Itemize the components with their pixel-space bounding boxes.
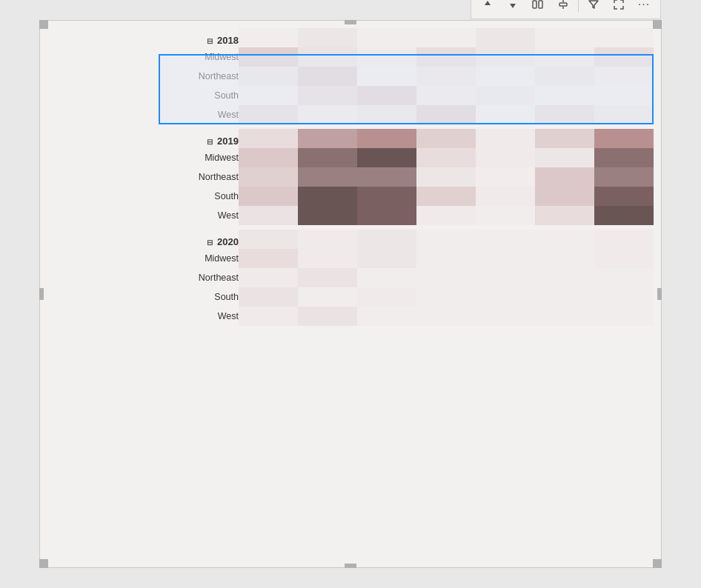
cell-2019-northeast-2[interactable] [298, 167, 357, 187]
cell-2018-midwest-1[interactable] [239, 47, 298, 67]
cell-2020-northeast-6[interactable] [535, 268, 594, 287]
cell-2019-northeast-3[interactable] [357, 167, 416, 187]
cell-2019-south-6[interactable] [535, 187, 594, 206]
cell-2018-northeast-7[interactable] [594, 67, 654, 86]
cell-2020-west-2[interactable] [298, 307, 357, 326]
cell-2019-west-4[interactable] [416, 206, 476, 225]
cell-2020-midwest-7[interactable] [594, 249, 654, 268]
cell-2019-west-3[interactable] [357, 206, 416, 225]
cell-2018-west-4[interactable] [416, 105, 476, 124]
cell-2020-west-7[interactable] [594, 307, 654, 326]
cell-2020-west-4[interactable] [416, 307, 476, 326]
cell-2020-midwest-6[interactable] [535, 249, 594, 268]
cell-2018-west-1[interactable] [239, 105, 298, 124]
cell-2018-south-7[interactable] [594, 86, 654, 105]
sort-desc-button[interactable] [501, 0, 525, 16]
cell-2018-south-5[interactable] [476, 86, 535, 105]
cell-2020-south-7[interactable] [594, 287, 654, 307]
cell-2020-south-2[interactable] [298, 287, 357, 307]
cell-2020-midwest-2[interactable] [298, 249, 357, 268]
cell-2020-northeast-7[interactable] [594, 268, 654, 287]
cell-2019-west-1[interactable] [239, 206, 298, 225]
cell-2019-midwest-2[interactable] [298, 148, 357, 167]
cell-2018-south-2[interactable] [298, 86, 357, 105]
focus-button[interactable] [551, 0, 575, 16]
cell-2018-west-6[interactable] [535, 105, 594, 124]
resize-handle-left[interactable] [39, 288, 44, 300]
expand-icon-2018[interactable]: ⊟ [207, 37, 214, 45]
cell-2019-northeast-5[interactable] [476, 167, 535, 187]
cell-2018-west-2[interactable] [298, 105, 357, 124]
cell-2018-northeast-3[interactable] [357, 67, 416, 86]
resize-handle-bl[interactable] [39, 559, 48, 568]
cell-2020-midwest-4[interactable] [416, 249, 476, 268]
resize-handle-right[interactable] [657, 288, 662, 300]
cell-2020-northeast-5[interactable] [476, 268, 535, 287]
cell-2019-northeast-6[interactable] [535, 167, 594, 187]
sort-asc-button[interactable] [476, 0, 499, 16]
cell-2020-northeast-2[interactable] [298, 268, 357, 287]
cell-2019-south-5[interactable] [476, 187, 535, 206]
resize-handle-tl[interactable] [39, 20, 48, 29]
expand-icon-2019[interactable]: ⊟ [207, 138, 214, 146]
cell-2018-south-4[interactable] [416, 86, 476, 105]
expand-icon-2020[interactable]: ⊟ [207, 238, 214, 247]
cell-2018-midwest-4[interactable] [416, 47, 476, 67]
cell-2020-midwest-5[interactable] [476, 249, 535, 268]
cell-2020-northeast-3[interactable] [357, 268, 416, 287]
cell-2019-west-5[interactable] [476, 206, 535, 225]
cell-2019-south-2[interactable] [298, 187, 357, 206]
cell-2018-midwest-5[interactable] [476, 47, 535, 67]
cell-2019-south-3[interactable] [357, 187, 416, 206]
cell-2020-northeast-1[interactable] [239, 268, 298, 287]
cell-2018-northeast-4[interactable] [416, 67, 476, 86]
cell-2019-midwest-7[interactable] [594, 148, 654, 167]
more-options-button[interactable]: ··· [632, 0, 656, 16]
cell-2019-south-7[interactable] [594, 187, 654, 206]
cell-2019-northeast-1[interactable] [239, 167, 298, 187]
cell-2019-midwest-4[interactable] [416, 148, 476, 167]
cell-2019-northeast-4[interactable] [416, 167, 476, 187]
cell-2020-south-3[interactable] [357, 287, 416, 307]
cell-2019-midwest-6[interactable] [535, 148, 594, 167]
cell-2018-midwest-6[interactable] [535, 47, 594, 67]
cell-2018-northeast-2[interactable] [298, 67, 357, 86]
cell-2018-south-1[interactable] [239, 86, 298, 105]
cell-2018-northeast-5[interactable] [476, 67, 535, 86]
cell-2018-northeast-6[interactable] [535, 67, 594, 86]
cell-2020-west-3[interactable] [357, 307, 416, 326]
cell-2020-south-4[interactable] [416, 287, 476, 307]
cell-2020-south-6[interactable] [535, 287, 594, 307]
cell-2019-northeast-7[interactable] [594, 167, 654, 187]
filter-button[interactable] [582, 0, 605, 16]
cell-2018-west-7[interactable] [594, 105, 654, 124]
cell-2018-midwest-7[interactable] [594, 47, 654, 67]
cell-2020-midwest-1[interactable] [239, 249, 298, 268]
resize-handle-tr[interactable] [653, 20, 662, 29]
cell-2020-midwest-3[interactable] [357, 249, 416, 268]
cell-2019-midwest-5[interactable] [476, 148, 535, 167]
cell-2019-west-7[interactable] [594, 206, 654, 225]
resize-handle-top[interactable] [345, 20, 356, 24]
resize-handle-bottom[interactable] [345, 564, 356, 568]
cell-2019-south-1[interactable] [239, 187, 298, 206]
cell-2019-midwest-1[interactable] [239, 148, 298, 167]
cell-2018-west-3[interactable] [357, 105, 416, 124]
cell-2018-south-6[interactable] [535, 86, 594, 105]
cell-2019-west-6[interactable] [535, 206, 594, 225]
cell-2018-midwest-3[interactable] [357, 47, 416, 67]
cell-2019-west-2[interactable] [298, 206, 357, 225]
cell-2018-midwest-2[interactable] [298, 47, 357, 67]
cell-2018-south-3[interactable] [357, 86, 416, 105]
cell-2020-northeast-4[interactable] [416, 268, 476, 287]
expand-button[interactable] [526, 0, 550, 16]
cell-2019-midwest-3[interactable] [357, 148, 416, 167]
fullscreen-button[interactable] [607, 0, 631, 16]
cell-2020-south-5[interactable] [476, 287, 535, 307]
cell-2018-west-5[interactable] [476, 105, 535, 124]
cell-2020-west-5[interactable] [476, 307, 535, 326]
resize-handle-br[interactable] [653, 559, 662, 568]
cell-2020-south-1[interactable] [239, 287, 298, 307]
cell-2020-west-6[interactable] [535, 307, 594, 326]
cell-2019-south-4[interactable] [416, 187, 476, 206]
